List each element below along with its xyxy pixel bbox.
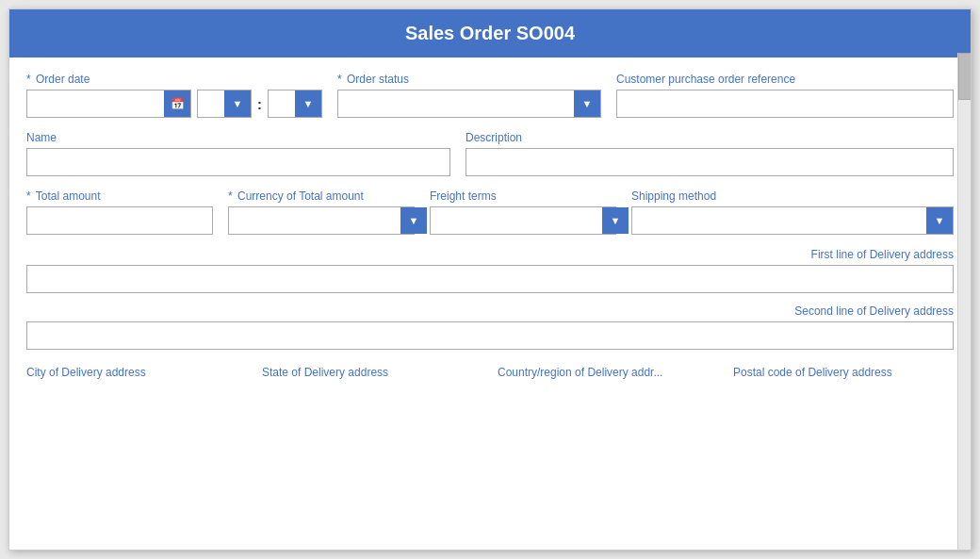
shipping-method-label: Shipping method (631, 189, 954, 203)
hour-input[interactable]: 16 (198, 90, 224, 117)
currency-label: * Currency of Total amount (228, 189, 415, 203)
calendar-button[interactable]: 📅 (164, 90, 190, 117)
row-addr2: Second line of Delivery address APT 723 (26, 304, 954, 350)
scrollbar-track[interactable] (957, 53, 971, 550)
page-background: Sales Order SO004 * Order date 2/4/2016 … (0, 0, 980, 559)
hour-wrapper: 16 ▼ (197, 90, 252, 118)
name-input[interactable]: Lynn Haney (26, 148, 450, 176)
postal-label: Postal code of Delivery address (733, 366, 892, 379)
date-input[interactable]: 2/4/2016 (27, 90, 164, 117)
customer-po-group: Customer purchase order reference (616, 73, 954, 118)
form-body: * Order date 2/4/2016 📅 16 ▼ : (9, 58, 971, 379)
currency-select-wrapper: USD ▼ (228, 206, 415, 235)
order-date-label: * Order date (26, 73, 322, 86)
order-status-select-wrapper: Invoice ▼ (337, 90, 601, 118)
currency-input[interactable]: USD (229, 207, 400, 234)
name-group: Name Lynn Haney (26, 131, 450, 176)
addr2-label: Second line of Delivery address (794, 304, 954, 318)
description-input[interactable]: Tricia Hess (466, 148, 954, 176)
required-star3: * (26, 189, 31, 203)
row-addr1: First line of Delivery address 123 Gray … (26, 248, 954, 293)
required-star2: * (337, 73, 342, 86)
order-status-label: * Order status (337, 73, 601, 86)
order-status-input[interactable]: Invoice (338, 90, 574, 117)
form-container: Sales Order SO004 * Order date 2/4/2016 … (8, 8, 972, 551)
name-label: Name (26, 131, 450, 144)
state-label-group: State of Delivery address (262, 365, 482, 379)
description-label: Description (466, 131, 954, 144)
addr1-input[interactable]: 123 Gray Rd (26, 265, 954, 293)
header-title: Sales Order SO004 (405, 23, 575, 43)
hour-chevron[interactable]: ▼ (224, 90, 251, 117)
time-colon: : (257, 96, 262, 112)
order-date-inputs: 2/4/2016 📅 16 ▼ : 00 ▼ (26, 90, 322, 118)
row-addr-bottom-labels: City of Delivery address State of Delive… (26, 361, 954, 379)
currency-group: * Currency of Total amount USD ▼ (228, 189, 415, 235)
freight-input[interactable]: FOB (431, 207, 602, 234)
customer-po-input[interactable] (616, 90, 954, 118)
minute-wrapper: 00 ▼ (268, 90, 322, 118)
form-header: Sales Order SO004 (9, 9, 971, 58)
freight-terms-label: Freight terms (430, 189, 616, 203)
city-label-group: City of Delivery address (26, 365, 247, 379)
currency-chevron[interactable]: ▼ (400, 207, 427, 234)
freight-chevron[interactable]: ▼ (602, 207, 629, 234)
freight-select-wrapper: FOB ▼ (430, 206, 616, 235)
order-status-group: * Order status Invoice ▼ (337, 73, 601, 118)
required-star4: * (228, 189, 233, 203)
country-label-group: Country/region of Delivery addr... (498, 365, 718, 379)
customer-po-label: Customer purchase order reference (616, 73, 954, 86)
shipping-select-wrapper: AirBorne ▼ (631, 206, 954, 235)
order-status-chevron[interactable]: ▼ (574, 90, 600, 117)
addr2-input[interactable]: APT 723 (26, 321, 954, 350)
shipping-input[interactable]: AirBorne (632, 207, 926, 234)
row-name-desc: Name Lynn Haney Description Tricia Hess (26, 131, 954, 176)
shipping-method-group: Shipping method AirBorne ▼ (631, 189, 954, 235)
country-label: Country/region of Delivery addr... (498, 366, 662, 379)
scrollbar-thumb[interactable] (958, 53, 972, 100)
minute-input[interactable]: 00 (269, 90, 295, 117)
city-label: City of Delivery address (26, 366, 146, 379)
addr1-label: First line of Delivery address (811, 248, 954, 261)
freight-terms-group: Freight terms FOB ▼ (430, 189, 616, 235)
state-label: State of Delivery address (262, 366, 388, 379)
total-amount-input[interactable]: 350 (26, 206, 213, 235)
postal-label-group: Postal code of Delivery address (733, 365, 954, 379)
row-amounts: * Total amount 350 * Currency of Total a… (26, 189, 954, 235)
shipping-chevron[interactable]: ▼ (926, 207, 953, 234)
row-order-info: * Order date 2/4/2016 📅 16 ▼ : (26, 73, 954, 118)
total-amount-label: * Total amount (26, 189, 213, 203)
minute-chevron[interactable]: ▼ (295, 90, 321, 117)
date-picker-wrapper: 2/4/2016 📅 (26, 90, 191, 118)
description-group: Description Tricia Hess (466, 131, 954, 176)
required-star: * (26, 73, 31, 86)
total-amount-group: * Total amount 350 (26, 189, 213, 235)
order-date-group: * Order date 2/4/2016 📅 16 ▼ : (26, 73, 322, 118)
